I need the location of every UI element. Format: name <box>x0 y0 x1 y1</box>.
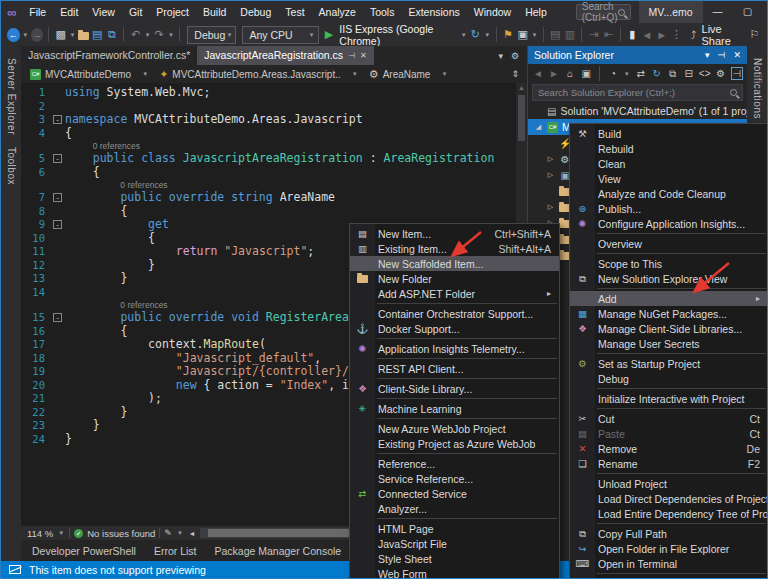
menu-item-application-insights-telemetry[interactable]: ✺Application Insights Telemetry... <box>350 341 559 356</box>
menu-tools[interactable]: Tools <box>363 6 402 18</box>
bookmark-next-icon[interactable]: ► <box>655 29 668 41</box>
menu-item-open-in-terminal[interactable]: ⌨Open in Terminal <box>570 556 768 571</box>
menu-debug[interactable]: Debug <box>233 6 278 18</box>
home-icon[interactable]: ⌂ <box>564 68 576 79</box>
wrench-icon[interactable]: ⚙ <box>715 68 727 79</box>
flag-icon[interactable]: ⚑ <box>502 28 515 41</box>
expanded-icon[interactable]: ◢ <box>534 123 543 131</box>
breadcrumb-areaname[interactable]: ⚙AreaName▾ <box>364 68 454 81</box>
chevron-down-icon[interactable]: ▾ <box>531 31 538 39</box>
close-icon[interactable]: ✕ <box>733 50 741 60</box>
menu-edit[interactable]: Edit <box>53 6 85 18</box>
menu-item-set-as-startup-project[interactable]: ⚙Set as Startup Project <box>570 356 768 371</box>
open-folder-yellow-icon[interactable] <box>78 32 89 40</box>
menu-item-reference[interactable]: Reference... <box>350 456 559 471</box>
forward-icon[interactable]: → <box>31 28 44 42</box>
zoom-level-select[interactable]: 114 % <box>27 528 53 539</box>
side-tab-server-explorer[interactable]: Server Explorer <box>6 58 17 135</box>
save-all-icon[interactable]: ⧉ <box>106 28 119 41</box>
chevron-down-icon[interactable]: ▾ <box>22 31 29 39</box>
nest-icon[interactable]: ⧉ <box>667 68 679 80</box>
menu-item-manage-nuget-packages[interactable]: ▦Manage NuGet Packages... <box>570 306 768 321</box>
menu-item-publish[interactable]: ⊛Publish... <box>570 201 768 216</box>
side-tab-toolbox[interactable]: Toolbox <box>6 147 17 185</box>
code-line[interactable]: 8 { <box>21 205 527 219</box>
live-share-icon[interactable]: ⤴ <box>687 29 700 41</box>
redo-icon[interactable]: ↷ <box>153 28 166 41</box>
indent-icon-2[interactable]: ⇤ <box>602 28 615 41</box>
menu-file[interactable]: File <box>22 6 53 18</box>
menu-item-remove[interactable]: ✕RemoveDe <box>570 441 768 456</box>
chevron-down-icon[interactable]: ▾ <box>144 31 151 39</box>
menu-item-scope-to-this[interactable]: Scope to This <box>570 256 768 271</box>
menu-window[interactable]: Window <box>467 6 518 18</box>
preview-icon[interactable]: ▣ <box>516 28 529 41</box>
menu-item-rest-api-client[interactable]: REST API Client... <box>350 361 559 376</box>
menu-analyze[interactable]: Analyze <box>312 6 363 18</box>
menu-item-view[interactable]: View <box>570 171 768 186</box>
pending-icon[interactable]: ◔ <box>607 68 619 79</box>
menu-item-new-scaffolded-item[interactable]: New Scaffolded Item... <box>350 256 559 271</box>
vertical-scrollbar-thumb[interactable] <box>518 95 525 141</box>
save-icon[interactable]: ▤ <box>91 28 104 41</box>
breadcrumb-mvcattributedemo[interactable]: C#MVCAttributeDemo▾ <box>25 69 154 80</box>
menu-item-docker-support[interactable]: ⚓Docker Support... <box>350 321 559 336</box>
menu-help[interactable]: Help <box>518 6 554 18</box>
close-icon[interactable]: ✕ <box>360 46 367 65</box>
menu-build[interactable]: Build <box>196 6 233 18</box>
tree-item-solution-mvcattributedemo-1-of-1-project[interactable]: ▤Solution 'MVCAttributeDemo' (1 of 1 pro… <box>528 103 747 119</box>
chevron-down-icon[interactable]: ▾ <box>176 529 184 537</box>
solution-explorer-search-input[interactable]: Search Solution Explorer (Ctrl+;) <box>532 84 743 101</box>
menu-item-manage-user-secrets[interactable]: Manage User Secrets <box>570 336 768 351</box>
collapsed-icon[interactable]: ▷ <box>546 203 555 211</box>
code-line[interactable]: 1using System.Web.Mvc; <box>21 86 527 100</box>
health-status[interactable]: No issues found <box>87 528 155 539</box>
bookmark-prev-icon[interactable]: ◄ <box>641 29 654 41</box>
maximize-button[interactable]: ▢ <box>733 1 763 23</box>
pin-icon[interactable]: ⊣ <box>348 46 355 65</box>
code-line[interactable]: 5- public class JavascriptAreaRegistrati… <box>21 152 527 166</box>
panel-tab-error-list[interactable]: Error List <box>145 545 206 557</box>
menu-item-manage-client-side-libraries[interactable]: ❖Manage Client-Side Libraries... <box>570 321 768 336</box>
code-line[interactable]: 2 <box>21 100 527 114</box>
menu-item-analyzer[interactable]: Analyzer... <box>350 501 559 516</box>
code-line[interactable]: 6 { <box>21 166 527 180</box>
se-refresh-icon[interactable]: ↻ <box>651 68 663 79</box>
overflow-icon[interactable]: ⋮ <box>670 28 683 41</box>
refresh-icon[interactable]: ↻ <box>469 28 482 41</box>
menu-item-clean[interactable]: Clean <box>570 156 768 171</box>
new-project-icon[interactable]: ▩ <box>54 28 67 41</box>
menu-item-open-folder-in-file-explorer[interactable]: ↪Open Folder in File Explorer <box>570 541 768 556</box>
menu-item-web-form[interactable]: Web Form <box>350 566 559 579</box>
menu-item-style-sheet[interactable]: Style Sheet <box>350 551 559 566</box>
collapse-region-icon[interactable]: - <box>53 115 62 124</box>
breadcrumb-mvcattributedemo-areas-javascript[interactable]: ✦MVCAttributeDemo.Areas.Javascript..▾ <box>154 68 364 81</box>
menu-extensions[interactable]: Extensions <box>401 6 466 18</box>
feedback-icon[interactable]: ⚐ <box>748 28 761 41</box>
chevron-down-icon[interactable]: ▾ <box>484 31 491 39</box>
live-share-label[interactable]: Live Share <box>702 23 747 47</box>
menu-project[interactable]: Project <box>149 6 196 18</box>
back-icon[interactable]: ← <box>7 28 20 42</box>
collapsed-icon[interactable]: ▷ <box>546 155 555 163</box>
menu-item-container-orchestrator-support[interactable]: Container Orchestrator Support... <box>350 306 559 321</box>
indent-icon-1[interactable]: ⇥ <box>587 28 600 41</box>
menu-item-javascript-file[interactable]: JavaScript File <box>350 536 559 551</box>
scroll-up-icon[interactable]: ▲ <box>516 83 527 93</box>
chevron-down-icon[interactable]: ▾ <box>57 529 65 537</box>
collapse-icon[interactable]: ⊟ <box>683 68 695 79</box>
collapse-region-icon[interactable]: - <box>53 220 62 229</box>
document-tab-javascriptarearegistration-cs[interactable]: JavascriptAreaRegistration.cs⊣✕ <box>197 46 374 65</box>
run-target-label[interactable]: IIS Express (Google Chrome) <box>339 23 456 47</box>
collapse-region-icon[interactable]: - <box>53 193 62 202</box>
menu-item-new-solution-explorer-view[interactable]: ⧉New Solution Explorer View <box>570 271 768 286</box>
chevron-down-icon[interactable]: ▾ <box>69 31 76 39</box>
menu-item-add[interactable]: Add▸ <box>570 291 768 306</box>
document-tab-javascriptframeworkcontroller-cs[interactable]: JavascriptFrameworkController.cs* <box>21 46 197 65</box>
sync-icon[interactable]: ▣ <box>580 68 592 79</box>
menu-git[interactable]: Git <box>122 6 149 18</box>
undo-icon[interactable]: ↶ <box>129 28 142 41</box>
menu-item-existing-item[interactable]: ▥Existing Item...Shift+Alt+A <box>350 241 559 256</box>
menu-item-client-side-library[interactable]: ❖Client-Side Library... <box>350 381 559 396</box>
menu-view[interactable]: View <box>85 6 122 18</box>
